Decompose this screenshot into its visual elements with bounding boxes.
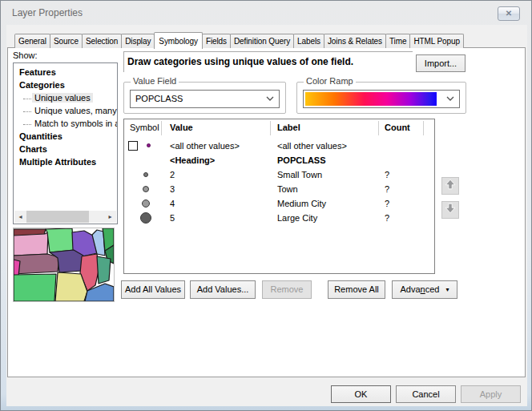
value-field-selected-value: POPCLASS [135,94,183,103]
close-icon[interactable]: ✕ [498,6,520,21]
cell-value: <Heading> [170,153,215,167]
remove-all-button[interactable]: Remove All [328,280,385,299]
map-preview-image [13,228,115,302]
cell-label: Small Town [277,167,322,182]
window-title: Layer Properties [12,7,83,18]
arrow-up-icon [444,178,457,191]
add-values-button[interactable]: Add Values... [190,280,256,299]
value-field-combobox[interactable]: POPCLASS [130,90,280,108]
tree-item-charts[interactable]: Charts [17,143,117,155]
table-row[interactable]: <Heading> POPCLASS [124,153,434,167]
column-header-symbol[interactable]: Symbol [130,123,159,132]
tree-item-unique-values[interactable]: Unique values [17,91,117,104]
table-row[interactable]: 2 Small Town ? [124,167,434,182]
graduated-dot-icon[interactable] [140,212,151,224]
remove-button[interactable]: Remove [262,280,312,299]
title-bar[interactable]: Layer Properties ✕ [2,1,530,25]
tab-display[interactable]: Display [121,34,155,48]
tab-definition-query[interactable]: Definition Query [230,34,294,48]
column-header-count[interactable]: Count [385,123,410,132]
cell-label: Large City [277,211,317,225]
color-ramp-label: Color Ramp [304,76,356,86]
show-tree: Features Categories Unique values Unique… [14,63,117,168]
cell-value: 4 [170,196,175,211]
tree-connector [23,111,31,112]
cell-value: 2 [170,167,175,182]
horizontal-scrollbar[interactable]: ◂ ▸ [14,211,116,223]
dialog-body: General Source Selection Display Symbolo… [6,25,527,406]
dropdown-caret-icon: ▾ [445,286,449,293]
column-separator[interactable] [423,121,424,135]
cell-value: <all other values> [170,139,240,153]
tab-selection[interactable]: Selection [82,34,122,48]
value-field-group: Value Field POPCLASS [123,82,286,114]
tree-item-quantities[interactable]: Quantities [17,130,117,143]
tab-strip: General Source Selection Display Symbolo… [14,31,463,48]
tab-general[interactable]: General [14,34,50,48]
tree-item-categories[interactable]: Categories [17,79,117,91]
graduated-dot-icon[interactable] [143,186,149,192]
color-ramp-combobox[interactable] [303,90,460,108]
advanced-label: ced [425,284,440,294]
tab-symbology[interactable]: Symbology [154,32,203,49]
tab-html-popup[interactable]: HTML Popup [409,34,464,48]
arrow-down-icon [444,202,457,215]
cell-value: 5 [170,211,175,225]
tab-labels[interactable]: Labels [293,34,324,48]
states-map-graphic [14,228,114,301]
scroll-left-icon[interactable]: ◂ [14,211,26,223]
tab-source[interactable]: Source [50,34,83,48]
symbology-tab-page: Show: Features Categories Unique values … [7,47,526,377]
column-separator[interactable] [270,121,271,135]
scrollbar-track[interactable] [89,211,104,223]
all-other-values-symbol-icon[interactable] [147,143,151,147]
chevron-down-icon[interactable] [266,96,274,101]
show-label: Show: [13,50,38,60]
tree-item-features[interactable]: Features [17,66,117,79]
tree-item-multiple-attributes[interactable]: Multiple Attributes [17,155,117,168]
value-field-label: Value Field [131,76,179,86]
chevron-down-icon[interactable] [446,96,454,101]
cell-label: Town [277,182,298,196]
table-row[interactable]: 4 Medium City ? [124,196,434,211]
cancel-button[interactable]: Cancel [396,385,456,403]
move-down-button[interactable] [441,201,459,219]
tree-item-unique-values-many[interactable]: Unique values, many [17,104,117,117]
table-row[interactable]: 5 Large City ? [124,211,434,225]
graduated-dot-icon[interactable] [143,172,148,177]
symbol-values-table: Symbol Value Label Count <all other valu… [123,119,435,274]
cell-label: Medium City [277,196,326,211]
tree-item-match-to-symbols[interactable]: Match to symbols in a [17,117,117,130]
tree-connector [23,124,31,125]
cell-count: ? [385,167,389,182]
tab-fields[interactable]: Fields [202,34,231,48]
table-header-row: Symbol Value Label Count [124,119,434,137]
layer-properties-dialog: Layer Properties ✕ General Source Select… [0,0,532,411]
tab-joins-relates[interactable]: Joins & Relates [324,34,386,48]
tab-time[interactable]: Time [385,34,410,48]
move-up-button[interactable] [441,177,459,195]
table-row[interactable]: 3 Town ? [124,182,434,196]
all-other-values-checkbox[interactable] [128,141,138,151]
import-button[interactable]: Import... [416,54,466,72]
cell-count: ? [385,182,389,196]
scroll-right-icon[interactable]: ▸ [104,211,116,223]
column-header-value[interactable]: Value [170,123,193,132]
cell-count: ? [385,196,389,211]
scrollbar-thumb[interactable] [26,211,89,223]
column-header-label[interactable]: Label [277,123,300,132]
cell-label: <all other values> [277,139,347,153]
column-separator[interactable] [378,121,379,135]
color-ramp-group: Color Ramp [296,82,466,114]
cell-label: POPCLASS [277,153,326,167]
cell-count: ? [385,211,389,225]
draw-method-description: Draw categories using unique values of o… [123,51,413,72]
graduated-dot-icon[interactable] [142,199,150,208]
ok-button[interactable]: OK [331,385,391,403]
column-separator[interactable] [161,121,162,135]
table-row[interactable]: <all other values> <all other values> [124,139,434,153]
apply-button[interactable]: Apply [461,385,521,403]
advanced-label: Adva [401,284,421,294]
advanced-button[interactable]: Advanced▾ [392,280,457,299]
add-all-values-button[interactable]: Add All Values [121,280,185,299]
